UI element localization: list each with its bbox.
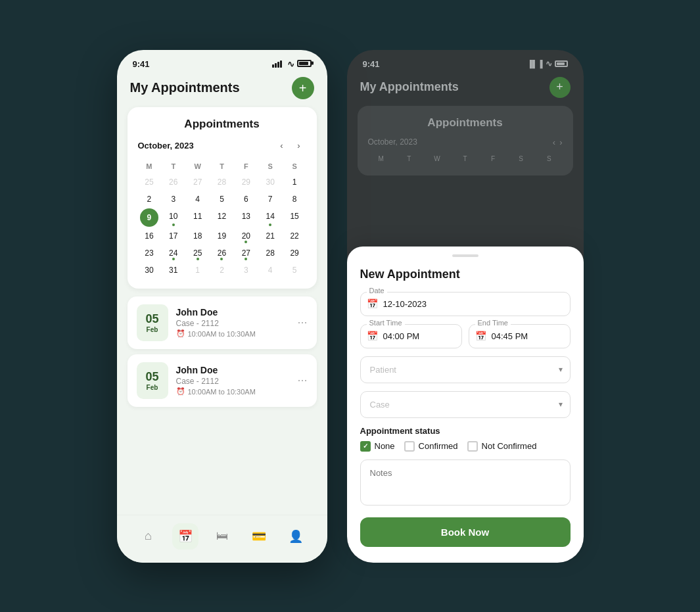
notes-textarea[interactable] bbox=[360, 459, 571, 506]
cal-day[interactable]: 10 bbox=[162, 208, 185, 227]
bed-icon: 🛏 bbox=[216, 529, 228, 543]
appointment-date-badge-2: 05 Feb bbox=[137, 362, 168, 399]
calendar-card: Appointments October, 2023 ‹ › M T W T F… bbox=[128, 107, 317, 289]
case-select-wrapper: Case ▾ bbox=[360, 391, 571, 418]
cal-day[interactable]: 14 bbox=[259, 208, 282, 227]
cal-day[interactable]: 31 bbox=[162, 262, 185, 278]
phone-header-1: My Appointments + bbox=[117, 72, 327, 107]
bg-month-label: October, 2023 bbox=[368, 137, 417, 147]
cal-day[interactable]: 3 bbox=[162, 191, 185, 207]
cal-day[interactable]: 2 bbox=[138, 191, 161, 207]
bg-day-header: W bbox=[424, 153, 451, 165]
time-display-1: 9:41 bbox=[133, 59, 150, 69]
book-now-button[interactable]: Book Now bbox=[360, 517, 571, 547]
appointment-status-section: Appointment status None Confirmed Not Co… bbox=[360, 426, 571, 452]
bg-calendar-title: Appointments bbox=[368, 116, 563, 129]
cal-day[interactable]: 5 bbox=[210, 191, 233, 207]
wifi-icon: ∿ bbox=[287, 59, 294, 69]
cal-day[interactable]: 29 bbox=[283, 245, 306, 261]
cal-day[interactable]: 13 bbox=[235, 208, 258, 227]
end-time-form-field: End Time 📅 bbox=[469, 324, 571, 348]
status-option-not-confirmed[interactable]: Not Confirmed bbox=[467, 441, 537, 452]
cal-day[interactable]: 18 bbox=[186, 228, 209, 244]
battery-icon bbox=[297, 59, 312, 69]
start-time-calendar-icon: 📅 bbox=[367, 331, 378, 341]
appointment-info-2: John Doe Case - 2112 ⏰ 10:00AM to 10:30A… bbox=[176, 365, 290, 396]
bg-day-header: T bbox=[396, 153, 423, 165]
cal-day[interactable]: 24 bbox=[162, 245, 185, 261]
cal-day[interactable]: 27 bbox=[186, 174, 209, 190]
cal-day[interactable]: 15 bbox=[283, 208, 306, 227]
calendar-next-button[interactable]: › bbox=[292, 139, 306, 153]
calendar-month-label: October, 2023 bbox=[138, 141, 194, 151]
calendar-arrows: ‹ › bbox=[275, 139, 306, 153]
cal-day[interactable]: 5 bbox=[283, 262, 306, 278]
cal-day[interactable]: 9 bbox=[138, 208, 161, 227]
appointment-card-2[interactable]: 05 Feb John Doe Case - 2112 ⏰ 10:00AM to… bbox=[128, 354, 317, 407]
add-appointment-button[interactable]: + bbox=[292, 77, 314, 99]
cal-day[interactable]: 17 bbox=[162, 228, 185, 244]
cal-day[interactable]: 25 bbox=[138, 174, 161, 190]
cal-day[interactable]: 4 bbox=[259, 262, 282, 278]
cal-day[interactable]: 1 bbox=[186, 262, 209, 278]
cal-day[interactable]: 4 bbox=[186, 191, 209, 207]
cal-day[interactable]: 28 bbox=[210, 174, 233, 190]
cal-day[interactable]: 26 bbox=[210, 245, 233, 261]
nav-home[interactable]: ⌂ bbox=[135, 523, 162, 550]
cal-day[interactable]: 3 bbox=[235, 262, 258, 278]
nav-card[interactable]: 💳 bbox=[246, 523, 272, 550]
more-options-button-2[interactable]: ··· bbox=[297, 373, 307, 387]
cal-day[interactable]: 2 bbox=[210, 262, 233, 278]
day-header-s2: S bbox=[283, 160, 306, 173]
cal-day[interactable]: 1 bbox=[283, 174, 306, 190]
cal-day[interactable]: 22 bbox=[283, 228, 306, 244]
sheet-title: New Appointment bbox=[360, 268, 571, 281]
confirmed-checkbox[interactable] bbox=[404, 441, 415, 452]
cal-day[interactable]: 30 bbox=[259, 174, 282, 190]
date-input[interactable] bbox=[360, 292, 571, 316]
nav-bed[interactable]: 🛏 bbox=[209, 523, 235, 550]
bottom-nav-1: ⌂ 📅 🛏 💳 👤 bbox=[117, 515, 327, 563]
bg-time: 9:41 bbox=[363, 59, 380, 69]
cal-day[interactable]: 27 bbox=[235, 245, 258, 261]
home-icon: ⌂ bbox=[145, 529, 152, 543]
cal-day[interactable]: 30 bbox=[138, 262, 161, 278]
signal-icon bbox=[272, 60, 282, 68]
cal-day[interactable]: 26 bbox=[162, 174, 185, 190]
not-confirmed-checkbox[interactable] bbox=[467, 441, 478, 452]
cal-day[interactable]: 16 bbox=[138, 228, 161, 244]
patient-select[interactable]: Patient bbox=[360, 356, 571, 383]
status-bar-1: 9:41 ∿ bbox=[117, 50, 327, 72]
appointment-card-1[interactable]: 05 Feb John Doe Case - 2112 ⏰ 10:00AM to… bbox=[128, 296, 317, 349]
clock-icon-2: ⏰ bbox=[176, 387, 185, 396]
appointment-day-1: 05 bbox=[145, 312, 158, 326]
cal-day[interactable]: 25 bbox=[186, 245, 209, 261]
none-checkbox[interactable] bbox=[360, 441, 371, 452]
calendar-grid: M T W T F S S 25 26 27 28 29 30 1 2 3 4 … bbox=[138, 160, 306, 278]
cal-day[interactable]: 19 bbox=[210, 228, 233, 244]
phone-1: 9:41 ∿ My Appointments + Appointments bbox=[117, 50, 327, 563]
patient-name-1: John Doe bbox=[176, 307, 290, 318]
bg-day-header: S bbox=[507, 153, 534, 165]
cal-day[interactable]: 8 bbox=[283, 191, 306, 207]
calendar-icon: 📅 bbox=[178, 529, 193, 544]
nav-profile[interactable]: 👤 bbox=[283, 523, 309, 550]
more-options-button-1[interactable]: ··· bbox=[297, 316, 307, 329]
status-option-none[interactable]: None bbox=[360, 441, 395, 452]
cal-day[interactable]: 29 bbox=[235, 174, 258, 190]
cal-day[interactable]: 21 bbox=[259, 228, 282, 244]
cal-day[interactable]: 20 bbox=[235, 228, 258, 244]
cal-day[interactable]: 23 bbox=[138, 245, 161, 261]
bg-day-header: M bbox=[368, 153, 395, 165]
cal-day[interactable]: 7 bbox=[259, 191, 282, 207]
calendar-prev-button[interactable]: ‹ bbox=[275, 139, 289, 153]
status-option-confirmed[interactable]: Confirmed bbox=[404, 441, 458, 452]
nav-calendar[interactable]: 📅 bbox=[172, 523, 198, 550]
case-select[interactable]: Case bbox=[360, 391, 571, 418]
appointments-list: 05 Feb John Doe Case - 2112 ⏰ 10:00AM to… bbox=[117, 296, 327, 507]
cal-day[interactable]: 11 bbox=[186, 208, 209, 227]
cal-day[interactable]: 6 bbox=[235, 191, 258, 207]
cal-day[interactable]: 28 bbox=[259, 245, 282, 261]
bg-prev-button: ‹ bbox=[553, 137, 555, 147]
cal-day[interactable]: 12 bbox=[210, 208, 233, 227]
